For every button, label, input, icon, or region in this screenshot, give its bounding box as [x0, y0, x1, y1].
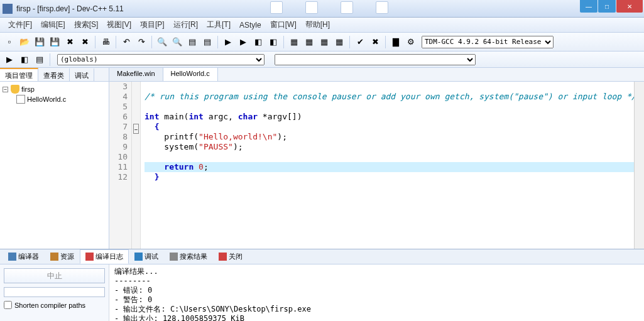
file-icon — [16, 95, 25, 104]
menu-item[interactable]: 项目[P] — [136, 19, 169, 30]
menubar: 文件[F]编辑[E]搜索[S]视图[V]项目[P]运行[R]工具[T]AStyl… — [0, 18, 644, 33]
stop-button[interactable]: 中止 — [4, 268, 105, 283]
shorten-checkbox-input[interactable] — [4, 301, 12, 309]
left-tab[interactable]: 项目管理 — [0, 68, 38, 81]
scrollbar-vertical[interactable] — [634, 82, 644, 249]
tab-icon — [134, 253, 143, 261]
gear-icon[interactable]: ⚙ — [404, 35, 418, 49]
compile-run-icon[interactable]: ◧ — [251, 35, 265, 49]
goto-icon[interactable]: ▤ — [200, 35, 214, 49]
editor-tab[interactable]: Makefile.win — [109, 68, 163, 81]
bottom-tab[interactable]: 编译日志 — [80, 249, 129, 264]
title-icon-2[interactable] — [305, 1, 318, 14]
tab-icon — [219, 253, 227, 261]
undo-icon[interactable]: ↶ — [119, 35, 133, 49]
compile-icon[interactable]: ▶ — [221, 35, 235, 49]
check-icon[interactable]: ✔ — [353, 35, 367, 49]
menu-item[interactable]: 搜索[S] — [70, 19, 103, 30]
menu-item[interactable]: 工具[T] — [202, 19, 235, 30]
bottom-tab[interactable]: 编译器 — [3, 249, 45, 264]
title-icon-1[interactable] — [270, 1, 283, 14]
title-extra-icons — [270, 1, 388, 14]
bottom-tab[interactable]: 调试 — [129, 249, 164, 264]
project-root[interactable]: − firsp — [3, 84, 106, 94]
tab-icon — [85, 253, 94, 261]
menu-item[interactable]: 运行[R] — [169, 19, 202, 30]
collapse-icon[interactable]: − — [3, 87, 8, 92]
chart-icon[interactable]: ▇ — [389, 35, 403, 49]
compiler-select[interactable]: TDM-GCC 4.9.2 64-bit Release — [422, 36, 554, 48]
scope-icon-3[interactable]: ▤ — [33, 53, 46, 67]
minimize-button[interactable]: — — [580, 0, 598, 13]
toolbar-main: ▫ 📂 💾 💾 ✖ ✖ 🖶 ↶ ↷ 🔍 🔍 ▤ ▤ ▶ ▶ ◧ ◧ ▦ ▦ ▦ … — [0, 33, 644, 52]
menu-item[interactable]: 窗口[W] — [266, 19, 301, 30]
replace-icon[interactable]: 🔍 — [170, 35, 184, 49]
tab-icon — [8, 253, 16, 261]
code-content[interactable]: /* run this program using the console pa… — [141, 82, 644, 249]
fold-gutter: − — [132, 82, 141, 249]
scope-icon-2[interactable]: ◧ — [18, 53, 31, 67]
scope-icon-1[interactable]: ▶ — [3, 53, 16, 67]
toolbar-scope: ▶ ◧ ▤ (globals) — [0, 52, 644, 68]
title-icon-4[interactable] — [376, 1, 388, 14]
rebuild-icon[interactable]: ◧ — [266, 35, 280, 49]
close-button[interactable]: ✕ — [616, 0, 643, 13]
left-tab[interactable]: 查看类 — [38, 68, 70, 81]
x-icon[interactable]: ✖ — [368, 35, 382, 49]
menu-item[interactable]: 视图[V] — [102, 19, 136, 30]
tab-icon — [50, 253, 58, 261]
save-all-icon[interactable]: 💾 — [48, 35, 62, 49]
left-tab[interactable]: 调试 — [70, 68, 94, 81]
title-icon-3[interactable] — [341, 1, 353, 14]
member-select[interactable] — [275, 54, 476, 65]
bottom-tab[interactable]: 关闭 — [213, 249, 248, 264]
project-tree: − firsp HelloWorld.c — [0, 82, 109, 249]
app-icon — [3, 4, 13, 14]
close-all-icon[interactable]: ✖ — [78, 35, 92, 49]
project-name: firsp — [21, 85, 35, 93]
project-icon — [11, 85, 19, 94]
clean-icon[interactable]: ▦ — [332, 35, 346, 49]
run-icon[interactable]: ▶ — [236, 35, 250, 49]
new-file-icon[interactable]: ▫ — [3, 35, 16, 49]
bottom-panel: 编译器资源编译日志调试搜索结果关闭 中止 Shorten compiler pa… — [0, 249, 644, 321]
compile-log-output[interactable]: 编译结果... --------- 错误: 0- 警告: 0- 输出文件名: C… — [109, 264, 644, 321]
menu-item[interactable]: 帮助[H] — [301, 19, 334, 30]
save-icon[interactable]: 💾 — [33, 35, 46, 49]
tab-icon — [170, 253, 178, 261]
close-file-icon[interactable]: ✖ — [63, 35, 77, 49]
left-panel: 项目管理查看类调试 − firsp HelloWorld.c — [0, 68, 109, 249]
open-icon[interactable]: 📂 — [18, 35, 31, 49]
menu-item[interactable]: AStyle — [235, 21, 266, 30]
debug-icon[interactable]: ▦ — [287, 35, 301, 49]
print-icon[interactable]: 🖶 — [99, 35, 112, 49]
progress-bar — [4, 287, 105, 297]
profile-icon[interactable]: ▦ — [317, 35, 331, 49]
left-tabs: 项目管理查看类调试 — [0, 68, 109, 82]
shorten-label: Shorten compiler paths — [14, 302, 85, 309]
project-file[interactable]: HelloWorld.c — [3, 94, 106, 104]
bottom-tab[interactable]: 搜索结果 — [164, 249, 213, 264]
bottom-tab[interactable]: 资源 — [45, 249, 80, 264]
code-editor[interactable]: 3456789101112 − /* run this program usin… — [109, 82, 644, 249]
redo-icon[interactable]: ↷ — [134, 35, 148, 49]
editor-area: Makefile.winHelloWorld.c 3456789101112 −… — [109, 68, 644, 249]
line-gutter: 3456789101112 — [109, 82, 132, 249]
compile-controls: 中止 Shorten compiler paths — [0, 264, 109, 321]
maximize-button[interactable]: □ — [598, 0, 616, 13]
find-icon[interactable]: 🔍 — [155, 35, 169, 49]
titlebar: firsp - [firsp.dev] - Dev-C++ 5.11 — □ ✕ — [0, 0, 644, 18]
bottom-tabs: 编译器资源编译日志调试搜索结果关闭 — [0, 249, 644, 264]
find-files-icon[interactable]: ▤ — [185, 35, 199, 49]
shorten-paths-checkbox[interactable]: Shorten compiler paths — [4, 301, 105, 309]
menu-item[interactable]: 编辑[E] — [36, 19, 70, 30]
editor-tabs: Makefile.winHelloWorld.c — [109, 68, 644, 82]
editor-tab[interactable]: HelloWorld.c — [163, 68, 218, 81]
stop-icon[interactable]: ▦ — [302, 35, 316, 49]
menu-item[interactable]: 文件[F] — [4, 19, 36, 30]
file-name: HelloWorld.c — [27, 95, 66, 103]
scope-select[interactable]: (globals) — [57, 54, 265, 65]
